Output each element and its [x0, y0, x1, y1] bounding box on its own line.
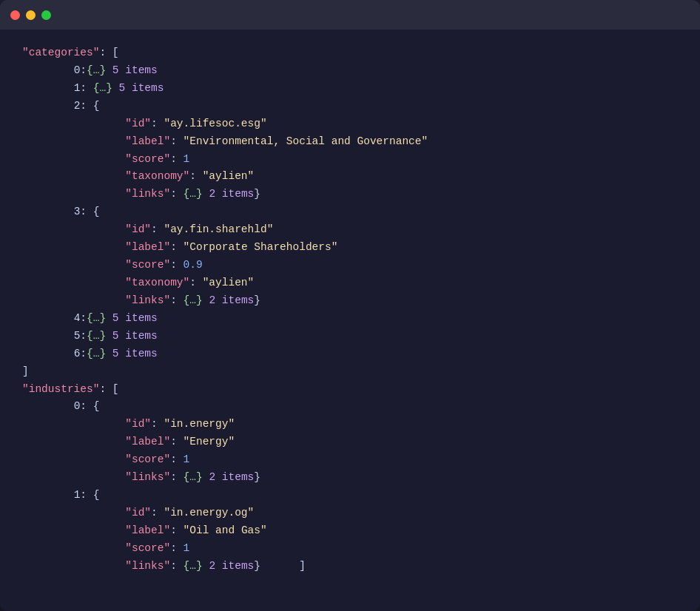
cat-item-2-taxonomy: "taxonomy": "aylien" [22, 168, 678, 186]
cat-item-3-links[interactable]: "links": {…} 2 items} [22, 292, 678, 310]
cat-item-6[interactable]: 6:{…} 5 items [22, 345, 678, 363]
industries-header: "industries": [ [22, 381, 678, 399]
ind-item-1-open: 1: { [22, 487, 678, 504]
cat-item-3-open: 3: { [22, 203, 678, 221]
cat-item-5[interactable]: 5:{…} 5 items [22, 328, 678, 345]
ind-item-1-links[interactable]: "links": {…} 2 items} ] [22, 558, 678, 575]
cat-item-0[interactable]: 0:{…} 5 items [22, 62, 678, 80]
cat-item-3-score: "score": 0.9 [22, 257, 678, 274]
categories-close: ] [22, 363, 678, 381]
ind-item-0-open: 0: { [22, 398, 678, 416]
ind-item-1-score: "score": 1 [22, 540, 678, 558]
cat-item-3-label: "label": "Corporate Shareholders" [22, 239, 678, 257]
cat-item-2-label: "label": "Environmental, Social and Gove… [22, 133, 678, 151]
app-window: "categories": [ 0:{…} 5 items 1: {…} 5 i… [0, 0, 700, 611]
close-button[interactable] [10, 10, 20, 20]
code-viewer: "categories": [ 0:{…} 5 items 1: {…} 5 i… [0, 30, 700, 611]
ind-item-0-label: "label": "Energy" [22, 433, 678, 451]
ind-item-1-id: "id": "in.energy.og" [22, 504, 678, 522]
ind-item-0-score: "score": 1 [22, 451, 678, 469]
cat-item-2-score: "score": 1 [22, 151, 678, 169]
cat-item-2-open: 2: { [22, 98, 678, 115]
cat-item-4[interactable]: 4:{…} 5 items [22, 310, 678, 328]
cat-item-1[interactable]: 1: {…} 5 items [22, 80, 678, 98]
categories-header: "categories": [ [22, 44, 678, 62]
cat-item-3-id: "id": "ay.fin.sharehld" [22, 221, 678, 239]
maximize-button[interactable] [41, 10, 51, 20]
ind-item-0-links[interactable]: "links": {…} 2 items} [22, 469, 678, 487]
cat-item-3-taxonomy: "taxonomy": "aylien" [22, 274, 678, 292]
ind-item-1-label: "label": "Oil and Gas" [22, 522, 678, 540]
titlebar [0, 0, 700, 30]
minimize-button[interactable] [26, 10, 36, 20]
cat-item-2-links[interactable]: "links": {…} 2 items} [22, 186, 678, 203]
cat-item-2-id: "id": "ay.lifesoc.esg" [22, 115, 678, 133]
ind-item-0-id: "id": "in.energy" [22, 416, 678, 433]
